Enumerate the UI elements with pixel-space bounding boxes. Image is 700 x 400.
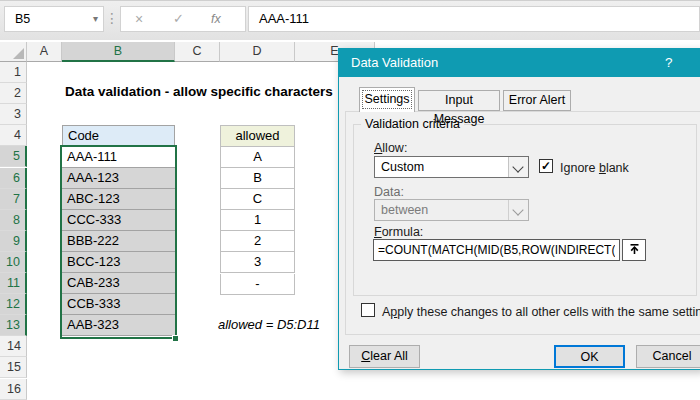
dialog-title: Data Validation (351, 55, 438, 70)
row-header-13[interactable]: 13 (0, 315, 27, 336)
row-header-14[interactable]: 14 (0, 336, 27, 357)
tab-error-alert[interactable]: Error Alert (503, 90, 571, 111)
cell-b5[interactable]: AAA-111 (62, 147, 175, 168)
menu-dots-icon: ⋮ (105, 10, 119, 26)
cell-d8[interactable]: 1 (220, 210, 295, 231)
check-icon: ✓ (541, 159, 551, 173)
row-header-4[interactable]: 4 (0, 125, 27, 146)
allow-dropdown[interactable]: Custom (374, 156, 529, 178)
formula-bar-value: AAA-111 (259, 11, 309, 26)
apply-changes-label: Apply these changes to all other cells w… (382, 305, 700, 319)
row-header-8[interactable]: 8 (0, 210, 27, 231)
column-header-a[interactable]: A (27, 42, 62, 62)
apply-changes-checkbox[interactable] (361, 303, 375, 317)
cell-d10[interactable]: 3 (220, 252, 295, 273)
row-header-10[interactable]: 10 (0, 252, 27, 273)
cell-d9[interactable]: 2 (220, 231, 295, 252)
formula-input[interactable] (373, 239, 620, 261)
row-header-2[interactable]: 2 (0, 83, 27, 104)
row-header-12[interactable]: 12 (0, 294, 27, 315)
cell-b11[interactable]: CAB-233 (62, 273, 175, 294)
collapse-dialog-icon (628, 243, 641, 256)
chevron-down-icon (508, 200, 528, 220)
allowed-range-note: allowed = D5:D11 (203, 317, 335, 332)
chevron-down-icon[interactable] (508, 157, 528, 177)
column-header-b[interactable]: B (62, 42, 175, 62)
clear-all-button[interactable]: Clear All (349, 345, 420, 368)
row-header-6[interactable]: 6 (0, 168, 27, 189)
collapse-dialog-button[interactable] (622, 239, 646, 261)
cancel-entry-icon[interactable]: × (135, 7, 143, 31)
tab-settings[interactable]: Settings (359, 87, 415, 112)
ignore-blank-checkbox[interactable]: ✓ (539, 159, 553, 173)
formula-label: Formula: (374, 225, 423, 239)
sheet-title: Data validation - allow specific charact… (65, 84, 333, 99)
cell-b13[interactable]: AAB-323 (62, 315, 175, 336)
cell-d11[interactable]: - (220, 274, 295, 295)
formula-button-group: × ✓ fx (120, 6, 246, 32)
row-header-3[interactable]: 3 (0, 104, 27, 125)
excel-window: B5 ▾ ⋮ × ✓ fx AAA-111 ABCDE 123456789101… (0, 0, 700, 400)
select-all-triangle-icon (13, 48, 24, 59)
row-header-5[interactable]: 5 (0, 146, 27, 167)
ignore-blank-label: Ignore blank (560, 161, 629, 175)
help-icon[interactable]: ? (665, 49, 673, 77)
allow-dropdown-value: Custom (381, 160, 424, 174)
cell-b10[interactable]: BCC-123 (62, 252, 175, 273)
cell-b8[interactable]: CCC-333 (62, 210, 175, 231)
row-header-16[interactable]: 16 (0, 379, 27, 400)
cell-b12[interactable]: CCB-333 (62, 294, 175, 315)
column-header-c[interactable]: C (175, 42, 220, 62)
formula-bar[interactable]: AAA-111 (248, 6, 700, 32)
row-header-9[interactable]: 9 (0, 231, 27, 252)
row-header-1[interactable]: 1 (0, 62, 27, 83)
row-header-11[interactable]: 11 (0, 273, 27, 294)
select-all-button[interactable] (0, 42, 27, 62)
name-box-value: B5 (15, 12, 30, 26)
column-header-d[interactable]: D (220, 42, 295, 62)
row-header-15[interactable]: 15 (0, 357, 27, 378)
cell-d7[interactable]: C (220, 189, 295, 210)
data-dropdown-value: between (381, 203, 428, 217)
enter-entry-icon[interactable]: ✓ (173, 7, 184, 31)
cancel-button[interactable]: Cancel (636, 345, 700, 368)
row-header-7[interactable]: 7 (0, 189, 27, 210)
name-box-caret-icon[interactable]: ▾ (93, 7, 98, 31)
insert-function-icon[interactable]: fx (211, 7, 221, 31)
tab-input-message[interactable]: Input Message (418, 90, 500, 111)
cell-b6[interactable]: AAA-123 (62, 168, 175, 189)
cell-d6[interactable]: B (220, 168, 295, 189)
allow-label: Allow: (374, 141, 407, 155)
data-label: Data: (374, 185, 404, 199)
data-dropdown: between (374, 199, 529, 221)
cell-b4-code-header[interactable]: Code (62, 125, 175, 147)
cell-d4-allowed-header[interactable]: allowed (220, 125, 295, 147)
ok-button[interactable]: OK (554, 345, 625, 368)
cell-d5[interactable]: A (220, 147, 295, 168)
fill-handle[interactable] (172, 335, 179, 342)
cell-b9[interactable]: BBB-222 (62, 231, 175, 252)
name-box[interactable]: B5 ▾ (4, 6, 104, 32)
data-validation-dialog: Data Validation ? Settings Input Message… (338, 48, 700, 370)
formula-bar-strip: B5 ▾ ⋮ × ✓ fx AAA-111 (0, 0, 700, 40)
dialog-titlebar[interactable]: Data Validation ? (339, 49, 700, 77)
cell-b7[interactable]: ABC-123 (62, 189, 175, 210)
